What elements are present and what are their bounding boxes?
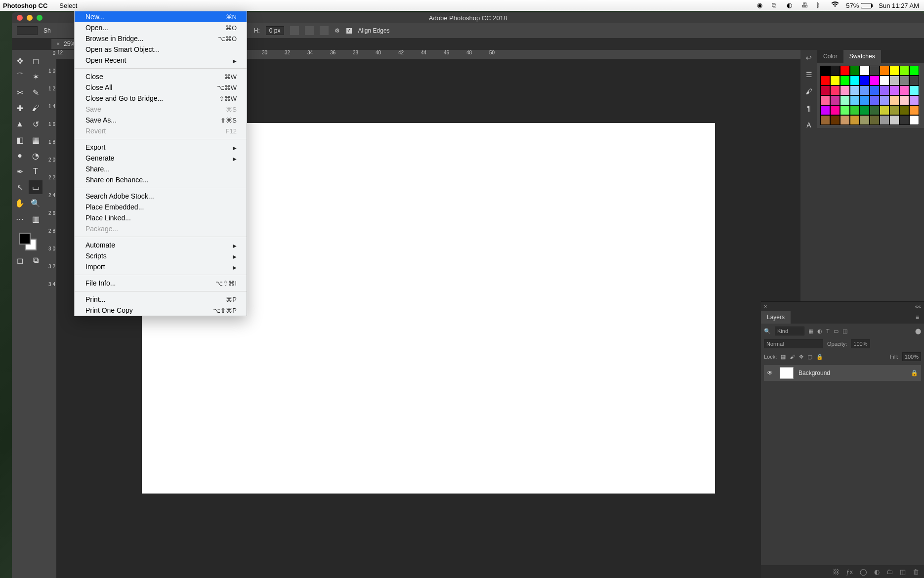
swatch[interactable] bbox=[880, 76, 889, 85]
filter-type-icon[interactable]: T bbox=[826, 328, 830, 334]
swatch[interactable] bbox=[889, 115, 899, 125]
search-icon[interactable]: 🔍 bbox=[764, 328, 771, 334]
printer-icon[interactable]: 🖶 bbox=[801, 1, 809, 9]
healing-tool[interactable]: ✚ bbox=[13, 101, 27, 115]
swatch[interactable] bbox=[870, 95, 880, 105]
swatch[interactable] bbox=[870, 76, 880, 85]
align-edges-checkbox[interactable] bbox=[346, 28, 352, 34]
menu-item-share-on-behance[interactable]: Share on Behance... bbox=[75, 174, 247, 185]
swatch[interactable] bbox=[820, 115, 830, 125]
collapse-panel-icon[interactable]: «« bbox=[915, 303, 921, 309]
swatch[interactable] bbox=[909, 76, 919, 85]
visibility-icon[interactable]: 👁 bbox=[767, 370, 775, 376]
swatch[interactable] bbox=[889, 95, 899, 105]
swatch[interactable] bbox=[860, 85, 870, 95]
filter-smart-icon[interactable]: ◫ bbox=[842, 328, 847, 334]
character-icon[interactable]: A bbox=[806, 121, 811, 130]
filter-adjust-icon[interactable]: ◐ bbox=[817, 328, 822, 334]
swatch[interactable] bbox=[820, 85, 830, 95]
swatch[interactable] bbox=[889, 85, 899, 95]
group-icon[interactable]: 🗀 bbox=[886, 568, 893, 576]
menu-select[interactable]: Select bbox=[53, 0, 88, 11]
lasso-tool[interactable]: ⌒ bbox=[13, 70, 27, 83]
swatch[interactable] bbox=[830, 76, 840, 85]
swatch[interactable] bbox=[840, 76, 850, 85]
dodge-tool[interactable]: ◔ bbox=[29, 149, 42, 163]
menu-item-open-as-smart-object[interactable]: Open as Smart Object... bbox=[75, 44, 247, 55]
history-brush-tool[interactable]: ↺ bbox=[29, 117, 42, 131]
swatch[interactable] bbox=[880, 115, 889, 125]
swatch[interactable] bbox=[899, 85, 909, 95]
close-tab-icon[interactable]: × bbox=[56, 41, 60, 47]
menu-item-open-recent[interactable]: Open Recent bbox=[75, 55, 247, 66]
gear-icon[interactable]: ⚙ bbox=[335, 27, 340, 34]
swatch[interactable] bbox=[899, 115, 909, 125]
swatch[interactable] bbox=[899, 76, 909, 85]
menu-item-automate[interactable]: Automate bbox=[75, 240, 247, 250]
swatch[interactable] bbox=[840, 115, 850, 125]
fill-layer-icon[interactable]: ◐ bbox=[874, 568, 880, 576]
swatch[interactable] bbox=[850, 76, 860, 85]
clock[interactable]: Sun 11:27 AM bbox=[879, 2, 919, 9]
eraser-tool[interactable]: ◧ bbox=[13, 133, 27, 147]
tab-color[interactable]: Color bbox=[817, 50, 843, 63]
swatch[interactable] bbox=[860, 95, 870, 105]
fx-icon[interactable]: ƒx bbox=[846, 568, 853, 576]
close-panel-icon[interactable]: × bbox=[764, 303, 767, 309]
menu-item-print[interactable]: Print...⌘P bbox=[75, 294, 247, 305]
hand-tool[interactable]: ✋ bbox=[13, 196, 27, 210]
quickmask-tool[interactable]: ◻ bbox=[13, 253, 27, 267]
swatch[interactable] bbox=[870, 105, 880, 115]
history-icon[interactable]: ↩ bbox=[806, 54, 812, 63]
brush-tool[interactable]: 🖌 bbox=[29, 101, 42, 115]
tab-layers[interactable]: Layers bbox=[761, 311, 791, 324]
lock-all-icon[interactable]: 🔒 bbox=[816, 354, 823, 360]
marquee-tool[interactable]: ◻ bbox=[29, 54, 42, 68]
swatch[interactable] bbox=[830, 66, 840, 76]
align-icon-1[interactable] bbox=[290, 26, 299, 35]
lock-position-icon[interactable]: ✥ bbox=[799, 354, 803, 360]
swatch[interactable] bbox=[820, 76, 830, 85]
mask-icon[interactable]: ◯ bbox=[860, 568, 867, 576]
align-icon-2[interactable] bbox=[305, 26, 314, 35]
swatch[interactable] bbox=[840, 85, 850, 95]
swatch[interactable] bbox=[870, 115, 880, 125]
swatch[interactable] bbox=[870, 66, 880, 76]
swatch[interactable] bbox=[850, 115, 860, 125]
menu-item-browse-in-bridge[interactable]: Browse in Bridge...⌥⌘O bbox=[75, 33, 247, 44]
zoom-tool[interactable]: 🔍 bbox=[29, 196, 42, 210]
swatch[interactable] bbox=[889, 76, 899, 85]
crop-tool[interactable]: ✂ bbox=[13, 85, 27, 99]
swatch[interactable] bbox=[850, 105, 860, 115]
menu-item-search-adobe-stock[interactable]: Search Adobe Stock... bbox=[75, 191, 247, 202]
menu-item-close-and-go-to-bridge[interactable]: Close and Go to Bridge...⇧⌘W bbox=[75, 93, 247, 104]
swatch[interactable] bbox=[840, 105, 850, 115]
stamp-tool[interactable]: ▲ bbox=[13, 117, 27, 131]
layer-thumbnail[interactable] bbox=[780, 367, 794, 379]
align-icon-3[interactable] bbox=[320, 26, 329, 35]
swatch[interactable] bbox=[909, 95, 919, 105]
swatch[interactable] bbox=[850, 85, 860, 95]
menu-item-generate[interactable]: Generate bbox=[75, 153, 247, 164]
sync-icon[interactable]: ◐ bbox=[787, 1, 795, 9]
battery-indicator[interactable]: 57% bbox=[846, 2, 872, 9]
swatch[interactable] bbox=[889, 66, 899, 76]
blend-mode[interactable]: Normal bbox=[764, 339, 823, 348]
panel-menu-icon[interactable]: ≡ bbox=[911, 311, 924, 324]
dropbox-icon[interactable]: ⧉ bbox=[772, 1, 780, 9]
lock-icon[interactable]: 🔒 bbox=[911, 370, 918, 376]
swatch[interactable] bbox=[899, 95, 909, 105]
lock-artboard-icon[interactable]: ▢ bbox=[807, 354, 812, 360]
menu-item-share[interactable]: Share... bbox=[75, 164, 247, 174]
menu-item-place-embedded[interactable]: Place Embedded... bbox=[75, 202, 247, 212]
layer-row[interactable]: 👁 Background 🔒 bbox=[764, 365, 921, 381]
layer-name[interactable]: Background bbox=[798, 370, 830, 376]
edit-toolbar[interactable]: ▥ bbox=[29, 212, 42, 226]
swatch[interactable] bbox=[880, 85, 889, 95]
swatch[interactable] bbox=[870, 85, 880, 95]
blur-tool[interactable]: ● bbox=[13, 149, 27, 163]
swatch[interactable] bbox=[840, 95, 850, 105]
more-tools[interactable]: ⋯ bbox=[13, 212, 27, 226]
filter-toggle[interactable]: ⬤ bbox=[915, 328, 921, 334]
menu-item-file-info[interactable]: File Info...⌥⇧⌘I bbox=[75, 278, 247, 289]
